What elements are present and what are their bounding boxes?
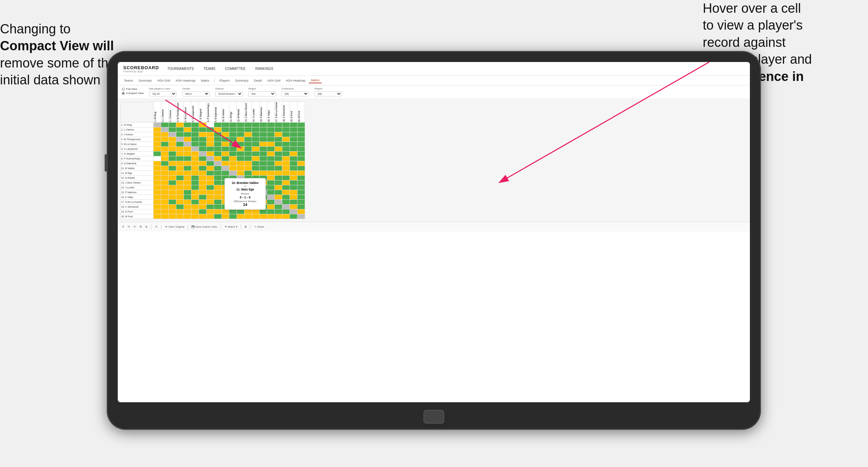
- matrix-cell[interactable]: [169, 137, 176, 142]
- matrix-cell[interactable]: [260, 132, 267, 137]
- tablet-home-button[interactable]: [423, 410, 444, 424]
- matrix-cell[interactable]: [222, 147, 229, 152]
- matrix-cell[interactable]: [154, 195, 161, 200]
- matrix-cell[interactable]: [275, 166, 282, 171]
- matrix-cell[interactable]: [297, 142, 305, 147]
- matrix-cell[interactable]: [282, 209, 290, 214]
- matrix-cell[interactable]: [252, 214, 260, 219]
- matrix-cell[interactable]: [260, 152, 267, 156]
- matrix-cell[interactable]: [184, 127, 191, 132]
- matrix-cell[interactable]: [176, 152, 184, 156]
- matrix-cell[interactable]: [222, 142, 229, 147]
- matrix-cell[interactable]: [282, 127, 290, 132]
- matrix-cell[interactable]: [290, 123, 297, 127]
- matrix-cell[interactable]: [244, 152, 252, 156]
- matrix-cell[interactable]: [169, 205, 176, 209]
- grid-btn[interactable]: ⊞: [244, 225, 247, 228]
- tab-h2h-heatmap-left[interactable]: H2H Heatmap: [174, 78, 198, 83]
- matrix-cell[interactable]: [252, 137, 260, 142]
- matrix-cell[interactable]: [154, 142, 161, 147]
- matrix-cell[interactable]: [290, 185, 297, 190]
- matrix-cell[interactable]: [207, 161, 214, 166]
- matrix-cell[interactable]: [161, 176, 169, 180]
- matrix-cell[interactable]: [176, 209, 184, 214]
- matrix-cell[interactable]: [229, 123, 237, 127]
- compact-view-option[interactable]: Compact View: [122, 92, 144, 95]
- matrix-cell[interactable]: [207, 185, 214, 190]
- matrix-cell[interactable]: [282, 142, 290, 147]
- matrix-cell[interactable]: [184, 195, 191, 200]
- matrix-cell[interactable]: [161, 171, 169, 176]
- matrix-cell[interactable]: [297, 127, 305, 132]
- tab-summary-right[interactable]: Summary: [233, 78, 251, 83]
- matrix-cell[interactable]: [154, 152, 161, 156]
- matrix-cell[interactable]: [154, 137, 161, 142]
- matrix-cell[interactable]: [275, 176, 282, 180]
- matrix-cell[interactable]: [199, 142, 207, 147]
- matrix-cell[interactable]: [297, 190, 305, 195]
- matrix-container[interactable]: 1. W Ding 2. L Clanton 3. J Koivun 4. M …: [118, 99, 750, 222]
- max-players-select[interactable]: Top 25: [149, 91, 177, 96]
- matrix-cell[interactable]: [244, 127, 252, 132]
- region-select[interactable]: N/A: [248, 91, 276, 96]
- matrix-cell[interactable]: [275, 127, 282, 132]
- matrix-cell[interactable]: [191, 200, 199, 205]
- matrix-cell[interactable]: [267, 156, 275, 161]
- matrix-cell[interactable]: [176, 185, 184, 190]
- matrix-cell[interactable]: [154, 132, 161, 137]
- matrix-cell[interactable]: [260, 137, 267, 142]
- matrix-cell[interactable]: [169, 195, 176, 200]
- matrix-cell[interactable]: [290, 166, 297, 171]
- fwd-btn[interactable]: ⟳: [128, 225, 130, 228]
- matrix-cell[interactable]: [161, 137, 169, 142]
- matrix-cell[interactable]: [207, 147, 214, 152]
- back-btn[interactable]: ↻: [134, 225, 136, 228]
- matrix-cell[interactable]: [282, 152, 290, 156]
- matrix-cell[interactable]: [199, 205, 207, 209]
- matrix-cell[interactable]: [267, 147, 275, 152]
- matrix-cell[interactable]: [191, 127, 199, 132]
- matrix-cell[interactable]: [297, 180, 305, 185]
- matrix-cell[interactable]: [161, 166, 169, 171]
- matrix-cell[interactable]: [207, 190, 214, 195]
- tab-h2h-heatmap-right[interactable]: H2H Heatmap: [284, 78, 307, 83]
- matrix-cell[interactable]: [275, 171, 282, 176]
- nav-tournaments[interactable]: TOURNAMENTS: [166, 66, 195, 71]
- matrix-cell[interactable]: [207, 195, 214, 200]
- matrix-cell[interactable]: [252, 209, 260, 214]
- matrix-cell[interactable]: [184, 180, 191, 185]
- tab-players[interactable]: Players: [217, 78, 232, 83]
- matrix-cell[interactable]: [297, 200, 305, 205]
- matrix-cell[interactable]: [244, 132, 252, 137]
- matrix-cell[interactable]: [191, 195, 199, 200]
- matrix-cell[interactable]: [199, 171, 207, 176]
- matrix-cell[interactable]: [214, 176, 222, 180]
- matrix-cell[interactable]: [207, 156, 214, 161]
- matrix-cell[interactable]: [252, 123, 260, 127]
- matrix-cell[interactable]: [275, 123, 282, 127]
- matrix-cell[interactable]: [229, 142, 237, 147]
- tab-detail[interactable]: Detail: [252, 78, 264, 83]
- matrix-cell[interactable]: [244, 123, 252, 127]
- matrix-cell[interactable]: [176, 137, 184, 142]
- matrix-cell[interactable]: [214, 185, 222, 190]
- matrix-cell[interactable]: [214, 147, 222, 152]
- nav-teams[interactable]: TEAMS: [202, 66, 217, 71]
- matrix-cell[interactable]: [191, 137, 199, 142]
- matrix-cell[interactable]: [282, 147, 290, 152]
- matrix-cell[interactable]: [267, 161, 275, 166]
- matrix-cell[interactable]: [199, 127, 207, 132]
- matrix-cell[interactable]: [169, 176, 176, 180]
- matrix-cell[interactable]: [290, 137, 297, 142]
- matrix-cell[interactable]: [229, 171, 237, 176]
- matrix-cell[interactable]: [275, 132, 282, 137]
- matrix-cell[interactable]: [290, 195, 297, 200]
- matrix-cell[interactable]: [267, 205, 275, 209]
- matrix-cell[interactable]: [191, 152, 199, 156]
- matrix-cell[interactable]: [214, 200, 222, 205]
- matrix-cell[interactable]: [237, 137, 244, 142]
- matrix-cell[interactable]: [169, 123, 176, 127]
- matrix-cell[interactable]: [260, 142, 267, 147]
- division-select[interactable]: NCAA Division I: [215, 91, 243, 96]
- matrix-cell[interactable]: [267, 209, 275, 214]
